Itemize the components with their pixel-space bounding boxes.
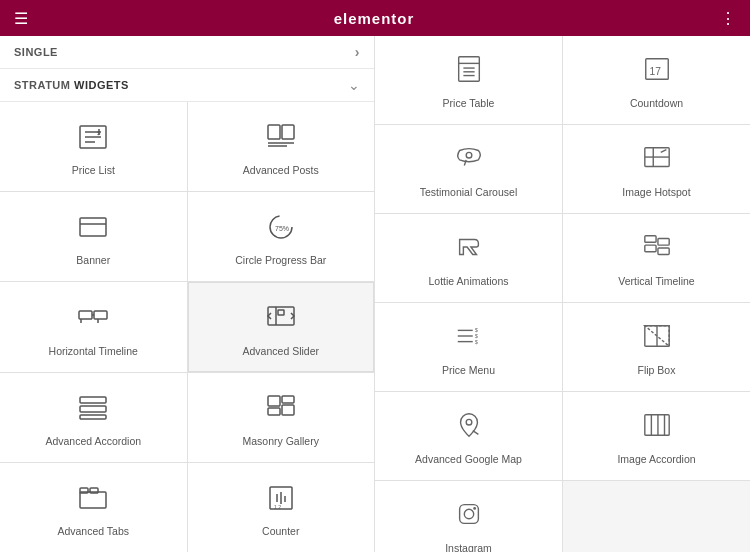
widget-label-masonry-gallery: Masonry Gallery <box>243 435 319 449</box>
widget-card-lottie-animations[interactable]: Lottie Animations <box>375 214 562 302</box>
widget-card-vertical-timeline[interactable]: Vertical Timeline <box>563 214 750 302</box>
widget-card-price-menu[interactable]: $$$ Price Menu <box>375 303 562 391</box>
svg-line-49 <box>660 149 666 152</box>
section-header-label: STRATUM WIDGETS <box>14 79 129 91</box>
right-panel: Price Table 17 Countdown Testimonial Car… <box>375 36 750 552</box>
svg-rect-25 <box>268 396 280 406</box>
widget-label-advanced-accordion: Advanced Accordion <box>45 435 141 449</box>
svg-rect-50 <box>644 235 655 242</box>
price-menu-icon: $$$ <box>454 321 484 358</box>
svg-point-45 <box>466 152 472 158</box>
empty-widget-card <box>563 481 750 552</box>
widget-label-countdown: Countdown <box>630 97 683 111</box>
widget-card-advanced-tabs[interactable]: Advanced Tabs <box>0 463 187 552</box>
single-chevron-icon: › <box>355 44 360 60</box>
svg-rect-15 <box>94 311 107 319</box>
widget-label-banner: Banner <box>76 254 110 268</box>
widget-card-price-list[interactable]: $ Price List <box>0 102 187 191</box>
widget-label-lottie-animations: Lottie Animations <box>429 275 509 289</box>
svg-rect-10 <box>80 218 106 236</box>
widget-label-advanced-google-map: Advanced Google Map <box>415 453 522 467</box>
advanced-posts-icon <box>265 121 297 158</box>
widget-card-circle-progress-bar[interactable]: 75% Circle Progress Bar <box>188 192 375 281</box>
advanced-google-map-icon <box>454 410 484 447</box>
main-layout: SINGLE › STRATUM WIDGETS ⌄ $ Price List … <box>0 36 750 552</box>
svg-rect-27 <box>268 408 280 415</box>
widget-label-advanced-tabs: Advanced Tabs <box>57 525 129 539</box>
widget-label-horizontal-timeline: Horizontal Timeline <box>49 345 138 359</box>
widget-label-advanced-posts: Advanced Posts <box>243 164 319 178</box>
svg-rect-51 <box>644 245 655 252</box>
widget-card-advanced-accordion[interactable]: Advanced Accordion <box>0 373 187 462</box>
svg-rect-24 <box>80 415 106 419</box>
masonry-gallery-icon <box>265 392 297 429</box>
instagram-icon <box>454 499 484 536</box>
section-chevron-down-icon[interactable]: ⌄ <box>348 77 360 93</box>
vertical-timeline-icon <box>642 232 672 269</box>
price-list-icon: $ <box>77 121 109 158</box>
svg-point-62 <box>466 419 472 425</box>
widget-card-image-accordion[interactable]: Image Accordion <box>563 392 750 480</box>
widget-card-advanced-posts[interactable]: Advanced Posts <box>188 102 375 191</box>
svg-rect-22 <box>80 397 106 403</box>
widget-card-countdown[interactable]: 17 Countdown <box>563 36 750 124</box>
banner-icon <box>77 211 109 248</box>
widget-card-flip-box[interactable]: Flip Box <box>563 303 750 391</box>
svg-text:$: $ <box>474 338 478 344</box>
image-hotspot-icon <box>642 143 672 180</box>
hamburger-icon[interactable]: ☰ <box>14 9 28 28</box>
widget-card-advanced-google-map[interactable]: Advanced Google Map <box>375 392 562 480</box>
svg-rect-21 <box>278 310 284 315</box>
widget-card-masonry-gallery[interactable]: Masonry Gallery <box>188 373 375 462</box>
single-row[interactable]: SINGLE › <box>0 36 374 69</box>
countdown-icon: 17 <box>642 54 672 91</box>
widget-card-testimonial-carousel[interactable]: Testimonial Carousel <box>375 125 562 213</box>
testimonial-carousel-icon <box>454 143 484 180</box>
price-table-icon <box>454 54 484 91</box>
lottie-animations-icon <box>454 232 484 269</box>
circle-progress-icon: 75% <box>265 211 297 248</box>
svg-text:$: $ <box>97 130 101 136</box>
widget-card-advanced-slider[interactable]: Advanced Slider <box>188 282 375 371</box>
widget-label-price-table: Price Table <box>443 97 495 111</box>
svg-rect-29 <box>80 492 106 508</box>
svg-rect-37 <box>458 56 479 80</box>
grid-icon[interactable]: ⋮ <box>720 9 736 28</box>
widget-label-vertical-timeline: Vertical Timeline <box>618 275 694 289</box>
svg-line-63 <box>472 430 478 434</box>
svg-rect-7 <box>282 125 294 139</box>
widget-card-horizontal-timeline[interactable]: Horizontal Timeline <box>0 282 187 371</box>
svg-point-69 <box>464 509 473 518</box>
svg-rect-31 <box>90 488 98 493</box>
widget-label-price-menu: Price Menu <box>442 364 495 378</box>
single-label: SINGLE <box>14 46 58 58</box>
svg-rect-14 <box>79 311 92 319</box>
app-title: elementor <box>334 10 415 27</box>
svg-rect-26 <box>282 396 294 403</box>
widget-card-image-hotspot[interactable]: Image Hotspot <box>563 125 750 213</box>
widget-label-image-accordion: Image Accordion <box>617 453 695 467</box>
app-header: ☰ elementor ⋮ <box>0 0 750 36</box>
widget-label-counter: Counter <box>262 525 299 539</box>
widget-card-counter[interactable]: 1 2 Counter <box>188 463 375 552</box>
image-accordion-icon <box>642 410 672 447</box>
svg-rect-64 <box>644 414 668 435</box>
svg-text:75%: 75% <box>275 225 289 232</box>
svg-rect-6 <box>268 125 280 139</box>
svg-rect-53 <box>657 248 668 255</box>
widget-card-banner[interactable]: Banner <box>0 192 187 281</box>
advanced-tabs-icon <box>77 482 109 519</box>
svg-point-70 <box>473 507 476 510</box>
widget-card-price-table[interactable]: Price Table <box>375 36 562 124</box>
widget-label-flip-box: Flip Box <box>638 364 676 378</box>
section-header: STRATUM WIDGETS ⌄ <box>0 69 374 102</box>
left-panel: SINGLE › STRATUM WIDGETS ⌄ $ Price List … <box>0 36 375 552</box>
widget-label-testimonial-carousel: Testimonial Carousel <box>420 186 517 200</box>
advanced-accordion-icon <box>77 392 109 429</box>
counter-icon: 1 2 <box>265 482 297 519</box>
widget-card-instagram[interactable]: Instagram <box>375 481 562 552</box>
svg-rect-28 <box>282 405 294 415</box>
horizontal-timeline-icon <box>77 302 109 339</box>
svg-text:1  2: 1 2 <box>274 504 281 510</box>
svg-text:17: 17 <box>649 65 661 76</box>
